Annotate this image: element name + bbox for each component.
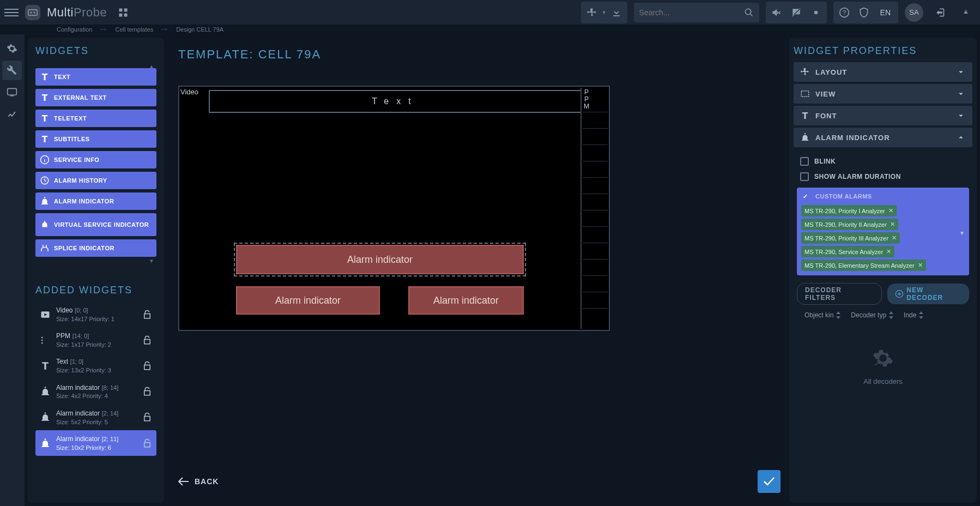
new-decoder-button[interactable]: NEW DECODER — [887, 284, 969, 304]
unlock-icon[interactable] — [142, 310, 152, 320]
decoder-table-header: Object kin Decoder typ Inde — [796, 305, 970, 326]
search-field[interactable] — [639, 8, 744, 17]
col-decoder-type[interactable]: Decoder typ — [851, 311, 894, 319]
chips-dropdown-icon[interactable]: ▼ — [959, 230, 965, 236]
chip-remove-icon[interactable]: ✕ — [918, 262, 923, 269]
widgets-title: WIDGETS — [35, 45, 156, 57]
added-widget-item[interactable]: Alarm indicator [8; 14]Size: 4x2 Priorit… — [35, 379, 156, 405]
rail-monitor[interactable] — [2, 82, 22, 102]
added-widget-item[interactable]: Alarm indicator [2; 11]Size: 10x2 Priori… — [35, 430, 156, 456]
canvas-alarm-right[interactable]: Alarm indicator — [408, 286, 524, 315]
svg-rect-6 — [124, 13, 128, 16]
scroll-down-icon[interactable]: ▼ — [35, 257, 156, 265]
added-widget-item[interactable]: PPM [14; 0]Size: 1x17 Priority: 2 — [35, 327, 156, 353]
help-icon[interactable]: ? — [834, 3, 854, 22]
svg-rect-5 — [119, 13, 123, 16]
download-icon[interactable] — [607, 3, 626, 22]
widget-teletext[interactable]: TELETEXT — [35, 110, 156, 127]
chip-remove-icon[interactable]: ✕ — [886, 248, 891, 255]
widget-alarm-indicator[interactable]: ALARM INDICATOR — [35, 192, 156, 210]
breadcrumb-item[interactable]: Configuration — [57, 26, 92, 33]
col-object-kind[interactable]: Object kin — [804, 311, 841, 319]
move-tool-icon[interactable] — [582, 3, 602, 22]
unlock-icon[interactable] — [142, 361, 152, 371]
alarm-chip[interactable]: MS TR-290, Priority I Analyzer✕ — [801, 205, 897, 216]
svg-point-15 — [41, 340, 43, 341]
properties-title: WIDGET PROPERTIES — [794, 45, 972, 57]
svg-point-1 — [31, 11, 32, 13]
svg-rect-17 — [801, 91, 809, 97]
checkbox-blink[interactable]: BLINK — [796, 154, 970, 169]
svg-point-2 — [34, 11, 35, 13]
breadcrumb-item: Design CELL 79A — [176, 26, 223, 33]
template-title: TEMPLATE: CELL 79A — [178, 47, 781, 62]
widget-splice-indicator[interactable]: SPLICE INDICATOR — [35, 239, 156, 257]
canvas-text-widget[interactable]: Text — [209, 90, 582, 113]
added-widgets-title: ADDED WIDGETS — [35, 285, 156, 296]
widget-virtual-service[interactable]: VIRTUAL SERVICE INDICATOR — [35, 213, 156, 236]
widget-subtitles[interactable]: SUBTITLES — [35, 130, 156, 148]
svg-text:?: ? — [842, 9, 846, 16]
confirm-button[interactable] — [758, 470, 781, 493]
widget-text[interactable]: TEXT — [35, 68, 156, 86]
all-decoders-empty: All decoders — [796, 326, 970, 407]
canvas-ppm-label: PPM — [584, 89, 589, 111]
unlock-icon[interactable] — [142, 412, 152, 422]
brand-title: MultiProbe — [47, 5, 107, 20]
back-button[interactable]: BACK — [178, 477, 219, 486]
canvas-alarm-left[interactable]: Alarm indicator — [236, 286, 380, 315]
decoder-filters-button[interactable]: DECODER FILTERS — [797, 283, 882, 305]
alarm-chip[interactable]: MS TR-290, Service Analyzer✕ — [801, 246, 894, 257]
alarm-chip[interactable]: MS TR-290, Priority III Analyzer✕ — [801, 232, 900, 244]
chip-remove-icon[interactable]: ✕ — [888, 207, 893, 214]
canvas-video-label: Video — [180, 88, 198, 96]
chip-remove-icon[interactable]: ✕ — [892, 234, 897, 242]
section-layout[interactable]: LAYOUT — [794, 62, 972, 82]
brightness-icon[interactable] — [806, 3, 826, 22]
added-widget-item[interactable]: Text [1; 0]Size: 13x2 Priority: 3 — [35, 353, 156, 378]
alarm-chip[interactable]: MS TR-290, Elementary Stream Analyzer✕ — [801, 260, 926, 271]
canvas-alarm-selected[interactable]: Alarm indicator — [236, 245, 524, 274]
rail-chart[interactable] — [2, 104, 22, 124]
canvas-ppm-grid — [583, 112, 608, 329]
chevron-down-icon — [956, 67, 966, 77]
widget-external-text[interactable]: EXTERNAL TEXT — [35, 89, 156, 106]
rail-settings[interactable] — [2, 39, 22, 58]
mute-icon[interactable] — [767, 3, 787, 22]
section-alarm-indicator[interactable]: ALARM INDICATOR — [794, 128, 972, 147]
widget-service-info[interactable]: SERVICE INFO — [35, 151, 156, 168]
svg-point-7 — [814, 10, 818, 14]
unlock-icon[interactable] — [142, 387, 152, 396]
widget-alarm-history[interactable]: ALARM HISTORY — [35, 172, 156, 189]
breadcrumb-item[interactable]: Cell templates — [115, 26, 153, 33]
design-canvas[interactable]: Video Text PPM Alarm indicator Alarm ind… — [178, 86, 610, 331]
canvas-divider — [580, 88, 582, 329]
unlock-icon[interactable] — [142, 438, 152, 448]
chip-remove-icon[interactable]: ✕ — [890, 221, 895, 228]
brand-logo-icon — [25, 5, 40, 20]
added-widget-item[interactable]: Video [0; 0]Size: 14x17 Priority: 1 — [35, 302, 156, 327]
added-widget-item[interactable]: Alarm indicator [2; 14]Size: 5x2 Priorit… — [35, 405, 156, 430]
rail-tools[interactable] — [2, 61, 22, 80]
section-view[interactable]: VIEW — [794, 84, 972, 104]
search-input[interactable] — [634, 3, 759, 22]
chat-off-icon[interactable] — [787, 3, 806, 22]
shield-icon[interactable] — [854, 3, 874, 22]
col-index[interactable]: Inde — [904, 311, 924, 319]
checkbox-show-duration[interactable]: SHOW ALARM DURATION — [796, 169, 970, 184]
alarm-chip[interactable]: MS TR-290, Priority II Analyzer✕ — [801, 219, 898, 230]
dashboard-icon[interactable] — [113, 3, 133, 22]
menu-hamburger[interactable] — [4, 5, 19, 20]
language-selector[interactable]: EN — [874, 4, 897, 21]
collapse-icon[interactable] — [956, 3, 976, 22]
search-icon — [744, 8, 754, 17]
svg-rect-10 — [8, 88, 17, 95]
svg-rect-4 — [124, 8, 128, 11]
svg-rect-3 — [119, 8, 123, 11]
user-avatar[interactable]: SA — [905, 3, 923, 22]
chevron-up-icon — [956, 132, 966, 142]
section-font[interactable]: FONT — [794, 106, 972, 125]
exit-icon[interactable] — [930, 3, 949, 22]
unlock-icon[interactable] — [142, 335, 152, 345]
checkbox-custom-alarms[interactable]: CUSTOM ALARMS — [801, 192, 965, 201]
